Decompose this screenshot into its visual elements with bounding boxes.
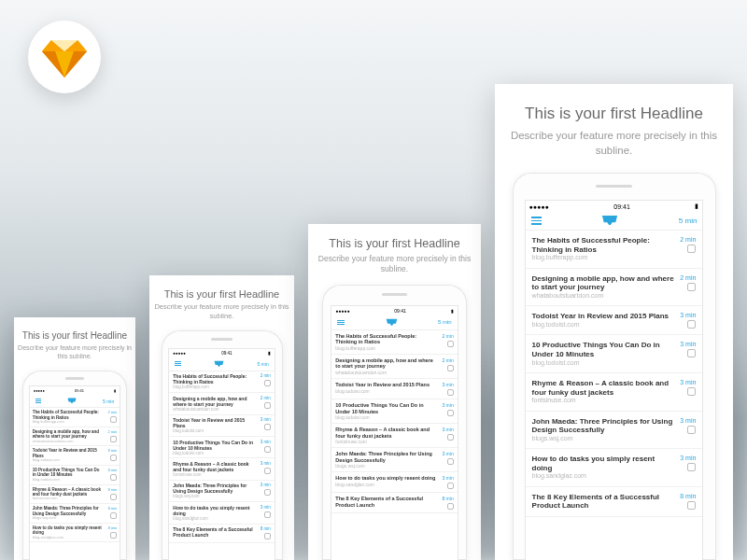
article-read-time: 3 min (680, 379, 696, 385)
bookmark-icon[interactable] (110, 494, 117, 500)
article-title: The 8 Key Elements of a Successful Produ… (532, 493, 677, 511)
bookmark-icon[interactable] (687, 283, 696, 291)
bookmark-icon[interactable] (447, 503, 454, 510)
list-item[interactable]: The 8 Key Elements of a Successful Produ… (526, 487, 703, 517)
list-item[interactable]: John Maeda: Three Principles for Using D… (526, 412, 703, 450)
article-read-time: 3 min (680, 312, 696, 318)
list-item[interactable]: How to do tasks you simply resent doingb… (30, 524, 120, 543)
appstore-card-medium: This is your first HeadlineDescribe your… (149, 275, 294, 560)
article-title: Todoist Year in Review and 2015 Plans (335, 382, 438, 388)
article-source: blogs.wsj.com (173, 494, 256, 498)
inbox-icon[interactable] (214, 360, 224, 368)
bookmark-icon[interactable] (264, 424, 271, 430)
list-item[interactable]: Designing a mobile app, how and where to… (30, 427, 120, 447)
list-item[interactable]: Designing a mobile app, how and where to… (331, 355, 457, 379)
bookmark-icon[interactable] (447, 434, 454, 441)
bookmark-icon[interactable] (110, 532, 117, 539)
article-list: The Habits of Successful People: Thinkin… (331, 330, 457, 560)
list-item[interactable]: The 8 Key Elements of a Successful Produ… (331, 493, 457, 513)
list-item[interactable]: Rhyme & Reason – A classic book and four… (30, 485, 120, 505)
list-item[interactable]: John Maeda: Three Principles for Using D… (169, 481, 274, 502)
bookmark-icon[interactable] (264, 489, 271, 496)
article-title: The 8 Key Elements of a Successful Produ… (335, 496, 438, 508)
list-item[interactable]: 10 Productive Things You Can Do in Under… (526, 335, 703, 373)
list-item[interactable]: The Habits of Successful People: Thinkin… (331, 330, 457, 355)
bookmark-icon[interactable] (447, 483, 454, 489)
bookmark-icon[interactable] (264, 380, 271, 386)
bookmark-icon[interactable] (264, 533, 271, 539)
hamburger-icon[interactable] (531, 217, 542, 225)
list-item[interactable]: Rhyme & Reason – A classic book and four… (169, 458, 274, 480)
list-item[interactable]: Todoist Year in Review and 2015 Plansblo… (331, 379, 457, 399)
article-title: Designing a mobile app, how and where to… (335, 357, 438, 370)
list-item[interactable]: How to do tasks you simply resent doingb… (169, 502, 274, 524)
bookmark-icon[interactable] (447, 458, 454, 465)
article-read-time: 3 min (442, 475, 453, 481)
hamburger-icon[interactable] (337, 320, 345, 325)
bookmark-icon[interactable] (110, 455, 117, 461)
bookmark-icon[interactable] (687, 387, 696, 396)
bookmark-icon[interactable] (110, 512, 117, 519)
list-item[interactable]: Designing a mobile app, how and where to… (169, 393, 274, 414)
bookmark-icon[interactable] (264, 446, 271, 453)
bookmark-icon[interactable] (687, 245, 696, 253)
bookmark-icon[interactable] (687, 501, 696, 510)
list-item[interactable]: The Habits of Successful People: Thinkin… (30, 408, 120, 427)
bookmark-icon[interactable] (110, 416, 117, 423)
list-item[interactable]: The Habits of Successful People: Thinkin… (526, 231, 703, 269)
status-time: 09:41 (613, 203, 630, 210)
article-source: whataboutstuartdon.com (173, 407, 256, 412)
bookmark-icon[interactable] (447, 410, 454, 416)
bookmark-icon[interactable] (110, 436, 117, 442)
inbox-icon[interactable] (601, 215, 618, 227)
article-list: The Habits of Successful People: Thinkin… (169, 371, 274, 560)
article-source: blog.todoist.com (532, 359, 677, 367)
article-source: fontsinuse.com (335, 439, 438, 444)
phone-screen: ●●●●●09:41▮5 minThe Habits of Successful… (331, 305, 458, 560)
list-item[interactable]: John Maeda: Three Principles for Using D… (331, 448, 457, 472)
article-source: blog.bufferapp.com (335, 345, 438, 351)
sketch-icon-badge (28, 21, 101, 93)
list-item[interactable]: The 8 Key Elements of a Successful Produ… (169, 525, 274, 543)
article-read-time: 2 min (261, 396, 271, 400)
article-read-time: 3 min (680, 341, 696, 347)
hamburger-icon[interactable] (35, 399, 41, 403)
bookmark-icon[interactable] (687, 349, 696, 357)
bookmark-icon[interactable] (110, 474, 117, 481)
status-time: 09:41 (221, 351, 232, 356)
bookmark-icon[interactable] (687, 320, 696, 329)
article-title: 10 Productive Things You Can Do in Under… (335, 402, 438, 414)
article-read-time: 3 min (107, 468, 117, 472)
list-item[interactable]: Todoist Year in Review and 2015 Plansblo… (526, 306, 703, 335)
bookmark-icon[interactable] (447, 341, 454, 347)
bookmark-icon[interactable] (264, 468, 271, 474)
bookmark-icon[interactable] (264, 402, 271, 409)
list-item[interactable]: John Maeda: Three Principles for Using D… (30, 504, 120, 524)
article-title: Todoist Year in Review and 2015 Plans (173, 417, 256, 428)
list-item[interactable]: 10 Productive Things You Can Do in Under… (30, 466, 120, 485)
list-item[interactable]: Todoist Year in Review and 2015 Plansblo… (30, 446, 120, 466)
inbox-icon[interactable] (67, 398, 77, 404)
bookmark-icon[interactable] (687, 426, 696, 434)
headline: This is your first Headline (525, 105, 703, 123)
subline: Describe your feature more precisely in … (495, 129, 733, 158)
bookmark-icon[interactable] (447, 365, 454, 371)
list-item[interactable]: 10 Productive Things You Can Do in Under… (169, 437, 274, 458)
article-title: Rhyme & Reason – A classic book and four… (532, 379, 677, 397)
list-item[interactable]: Designing a mobile app, how and where to… (526, 269, 703, 307)
list-item[interactable]: How to do tasks you simply resent doingb… (526, 449, 703, 487)
hamburger-icon[interactable] (175, 361, 181, 366)
list-item[interactable]: Todoist Year in Review and 2015 Plansblo… (169, 415, 274, 437)
list-item[interactable]: The Habits of Successful People: Thinkin… (169, 371, 274, 393)
list-item[interactable]: How to do tasks you simply resent doingb… (331, 472, 457, 493)
bookmark-icon[interactable] (264, 511, 271, 518)
subline: Describe your feature more precisely in … (14, 343, 135, 361)
list-item[interactable]: Rhyme & Reason – A classic book and four… (526, 373, 703, 412)
list-item[interactable]: 10 Productive Things You Can Do in Under… (331, 399, 457, 424)
list-item[interactable]: Rhyme & Reason – A classic book and four… (331, 424, 457, 448)
inbox-icon[interactable] (386, 318, 398, 327)
article-read-time: 3 min (107, 506, 117, 511)
bookmark-icon[interactable] (687, 463, 696, 471)
bookmark-icon[interactable] (447, 389, 454, 396)
article-read-time: 3 min (107, 448, 117, 453)
